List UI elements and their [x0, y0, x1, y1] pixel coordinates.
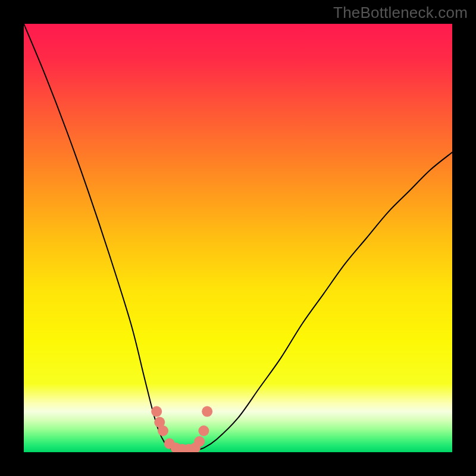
- marker-dot: [158, 425, 168, 436]
- chart-frame: TheBottleneck.com: [0, 0, 476, 476]
- marker-dot: [151, 406, 162, 417]
- marker-dot: [202, 406, 212, 417]
- plot-svg: [24, 24, 452, 452]
- marker-dot: [194, 436, 205, 447]
- gradient-background: [24, 24, 452, 452]
- plot-area: [24, 24, 452, 452]
- marker-dot: [198, 425, 209, 436]
- watermark-text: TheBottleneck.com: [333, 4, 468, 22]
